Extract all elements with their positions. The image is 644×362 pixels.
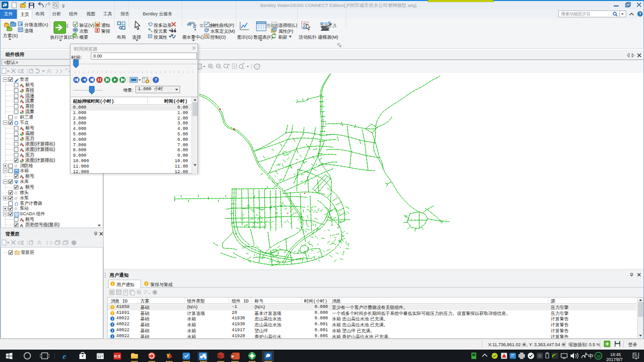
svg-text:!: ! [146,282,147,286]
svg-text:M: M [74,28,77,32]
svg-text:P: P [232,355,235,359]
svg-text:1: 1 [638,352,640,356]
svg-text:?: ? [154,291,156,295]
svg-text:e: e [63,352,66,361]
svg-text:i: i [112,328,113,333]
svg-text:中: 中 [588,353,593,359]
svg-text:36: 36 [596,354,601,359]
svg-text:!: ! [112,305,113,309]
svg-text:i: i [112,317,113,321]
svg-text:2017/8/7: 2017/8/7 [606,357,623,362]
svg-text:!: ! [112,282,114,286]
svg-text:A: A [20,185,23,190]
svg-text:18:45: 18:45 [610,352,621,357]
svg-text:i: i [112,334,113,339]
svg-text:A: A [20,223,23,228]
svg-text:?: ? [73,241,75,245]
svg-text:有道: 有道 [114,355,121,358]
svg-text:?: ? [154,77,157,82]
svg-text:!: ! [112,311,113,315]
svg-text:i: i [112,322,113,327]
svg-text:?: ? [639,11,641,16]
